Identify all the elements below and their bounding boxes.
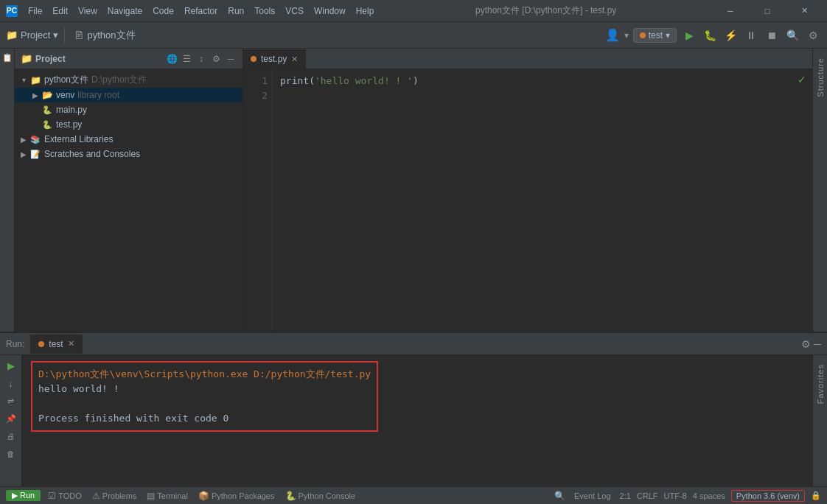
debug-button[interactable]: 🐛 bbox=[702, 27, 718, 43]
project-folder-icon: 📁 bbox=[21, 53, 32, 64]
tree-item-testpy[interactable]: 🐍 test.py bbox=[15, 117, 242, 132]
pause-button[interactable]: ⏸ bbox=[743, 27, 759, 43]
menu-file[interactable]: File bbox=[24, 4, 46, 18]
line-numbers: 1 2 bbox=[243, 69, 273, 332]
structure-bar: Structure bbox=[812, 49, 827, 332]
run-tab-close-icon[interactable]: ✕ bbox=[68, 339, 74, 349]
project-folder-icon: 📁 bbox=[6, 29, 18, 41]
editor-tab-testpy[interactable]: test.py ✕ bbox=[243, 49, 306, 69]
code-string: 'hello world! ! ' bbox=[315, 74, 413, 88]
status-event-log[interactable]: Event Log bbox=[571, 491, 614, 500]
tab-close-icon[interactable]: ✕ bbox=[291, 55, 298, 64]
tree-item-scratches[interactable]: ▶ 📝 Scratches and Consoles bbox=[15, 147, 242, 161]
menu-tools[interactable]: Tools bbox=[250, 4, 279, 18]
python-packages-label: Python Packages bbox=[212, 491, 275, 500]
status-terminal[interactable]: ▤ Terminal bbox=[144, 491, 191, 501]
menu-help[interactable]: Help bbox=[352, 4, 379, 18]
project-icon-sort[interactable]: ↕ bbox=[195, 53, 207, 65]
tree-label-testpy: test.py bbox=[56, 119, 82, 130]
run-tab-name: test bbox=[49, 339, 63, 349]
run-play-button[interactable]: ▶ bbox=[4, 358, 18, 373]
structure-label[interactable]: Structure bbox=[816, 57, 825, 97]
status-position: 2:1 bbox=[620, 491, 631, 500]
problems-label: Problems bbox=[102, 491, 136, 500]
tree-arrow-root: ▾ bbox=[18, 74, 29, 86]
python-version-selector[interactable]: Python 3.6 (venv) bbox=[731, 490, 805, 502]
tree-item-root[interactable]: ▾ 📁 python文件 D:\python文件 bbox=[15, 72, 242, 88]
run-button[interactable]: ▶ bbox=[681, 27, 697, 43]
line-number-1: 1 bbox=[243, 74, 268, 88]
menu-navigate[interactable]: Navigate bbox=[103, 4, 147, 18]
python-packages-icon: 📦 bbox=[198, 491, 209, 501]
status-problems[interactable]: ⚠ Problems bbox=[89, 491, 139, 501]
tree-arrow-venv: ▶ bbox=[29, 89, 41, 101]
menu-edit[interactable]: Edit bbox=[48, 4, 72, 18]
stop-button[interactable]: ⏹ bbox=[764, 27, 780, 43]
scratches-icon: 📝 bbox=[29, 148, 41, 160]
project-icon-globe[interactable]: 🌐 bbox=[166, 53, 178, 65]
status-todo[interactable]: ☑ TODO bbox=[45, 491, 85, 501]
status-run-button[interactable]: ▶ Run bbox=[6, 490, 41, 501]
menu-view[interactable]: View bbox=[74, 4, 102, 18]
project-icon-settings[interactable]: ⚙ bbox=[210, 53, 222, 65]
status-python-packages[interactable]: 📦 Python Packages bbox=[195, 491, 278, 501]
editor-checkmark-icon: ✓ bbox=[798, 74, 806, 85]
output-line-3 bbox=[38, 396, 371, 411]
run-sidebar: ▶ ↓ ⇌ 📌 🖨 🗑 bbox=[0, 355, 22, 486]
run-main-area: ▶ ↓ ⇌ 📌 🖨 🗑 D:\python文件\venv\Scripts\pyt… bbox=[0, 355, 827, 486]
menu-refactor[interactable]: Refactor bbox=[180, 4, 222, 18]
status-python-console[interactable]: 🐍 Python Console bbox=[282, 491, 359, 501]
menu-window[interactable]: Window bbox=[310, 4, 350, 18]
minimize-button[interactable]: ─ bbox=[713, 3, 747, 19]
run-configuration[interactable]: test ▾ bbox=[633, 28, 677, 43]
run-print-button[interactable]: 🖨 bbox=[4, 429, 18, 444]
project-tree: ▾ 📁 python文件 D:\python文件 ▶ 📂 venv librar… bbox=[15, 69, 242, 332]
project-icon-collapse[interactable]: ─ bbox=[225, 53, 237, 65]
terminal-icon: ▤ bbox=[147, 491, 155, 501]
code-line-1: print('hello world! ! ') bbox=[280, 74, 805, 88]
todo-icon: ☑ bbox=[48, 491, 56, 501]
coverage-button[interactable]: ⚡ bbox=[722, 27, 739, 43]
close-button[interactable]: ✕ bbox=[787, 3, 821, 19]
user-dropdown-icon: ▾ bbox=[624, 30, 629, 41]
tree-item-extlib[interactable]: ▶ 📚 External Libraries bbox=[15, 132, 242, 147]
run-tab-test[interactable]: test ✕ bbox=[30, 335, 82, 354]
code-area[interactable]: print('hello world! ! ') bbox=[273, 69, 812, 332]
status-bar: ▶ Run ☑ TODO ⚠ Problems ▤ Terminal 📦 Pyt… bbox=[0, 486, 827, 504]
run-config-name: test bbox=[649, 30, 663, 41]
tree-sublabel-root: D:\python文件 bbox=[91, 74, 147, 86]
menu-vcs[interactable]: VCS bbox=[281, 4, 308, 18]
python-console-icon: 🐍 bbox=[285, 491, 296, 501]
run-minimize-icon[interactable]: ─ bbox=[814, 338, 821, 350]
project-icon: 🖹 bbox=[74, 29, 84, 41]
venv-icon: 📂 bbox=[41, 89, 53, 101]
run-delete-button[interactable]: 🗑 bbox=[4, 447, 18, 461]
project-panel: 📁 Project 🌐 ☰ ↕ ⚙ ─ ▾ 📁 python文件 D:\pyth… bbox=[15, 49, 243, 332]
search-button[interactable]: 🔍 bbox=[784, 27, 800, 43]
python-icon-main: 🐍 bbox=[41, 104, 53, 116]
menu-run[interactable]: Run bbox=[223, 4, 248, 18]
user-icon: 👤 bbox=[605, 28, 620, 42]
editor-area: test.py ✕ 1 2 print('hello world! ! ') ✓ bbox=[243, 49, 812, 332]
run-down-button[interactable]: ↓ bbox=[4, 376, 18, 391]
maximize-button[interactable]: □ bbox=[750, 3, 784, 19]
favorites-label[interactable]: Favorites bbox=[816, 364, 825, 404]
run-settings-icon[interactable]: ⚙ bbox=[801, 338, 811, 350]
menu-code[interactable]: Code bbox=[148, 4, 178, 18]
status-line-ending: CRLF bbox=[637, 491, 658, 500]
run-wrap-button[interactable]: ⇌ bbox=[4, 393, 18, 408]
project-name-label: python文件 bbox=[87, 29, 135, 42]
toolbar-separator bbox=[64, 28, 65, 43]
run-output-box: D:\python文件\venv\Scripts\python.exe D:/p… bbox=[31, 361, 378, 432]
tree-label-mainpy: main.py bbox=[56, 105, 87, 115]
settings-button[interactable]: ⚙ bbox=[805, 27, 821, 43]
tree-item-mainpy[interactable]: 🐍 main.py bbox=[15, 102, 242, 117]
window-controls: ─ □ ✕ bbox=[713, 3, 821, 19]
project-selector[interactable]: 📁 Project ▾ bbox=[6, 29, 58, 41]
sidebar-project-icon[interactable]: 📋 bbox=[1, 52, 13, 63]
tree-item-venv[interactable]: ▶ 📂 venv library root bbox=[15, 88, 242, 102]
project-icon-list[interactable]: ☰ bbox=[181, 53, 192, 65]
editor-content[interactable]: 1 2 print('hello world! ! ') ✓ bbox=[243, 69, 812, 332]
terminal-label: Terminal bbox=[157, 491, 188, 500]
run-pin-button[interactable]: 📌 bbox=[4, 411, 18, 426]
